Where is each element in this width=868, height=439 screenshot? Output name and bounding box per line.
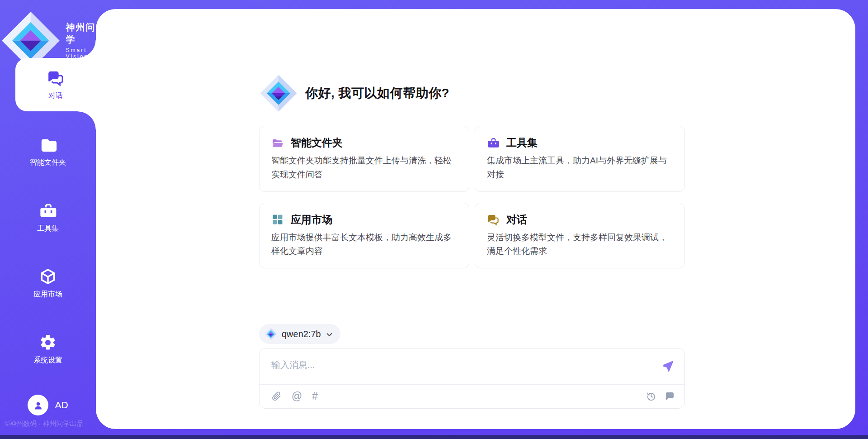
user-label: AD [55,400,68,410]
composer-toolbar: @ # [271,384,675,408]
card-chat[interactable]: 对话 灵活切换多模型文件，支持多样回复效果调试，满足个性化需求 [475,203,685,269]
sidebar-item-label: 智能文件夹 [30,158,66,167]
card-description: 灵活切换多模型文件，支持多样回复效果调试，满足个性化需求 [487,231,673,259]
model-label: qwen2:7b [282,329,321,339]
card-header: 应用市场 [271,213,457,227]
message-input[interactable] [271,354,652,375]
diamond-logo-icon [264,328,277,340]
diamond-logo-icon [259,74,298,113]
feedback-bubble-icon[interactable] [665,391,675,401]
cube-icon [39,267,57,286]
card-title: 应用市场 [291,213,332,227]
card-title: 工具集 [506,136,538,150]
card-description: 集成市场上主流工具，助力AI与外界无缝扩展与对接 [487,154,673,182]
user-account[interactable]: AD [0,395,96,415]
main-panel: 你好, 我可以如何帮助你? 智能文件夹 智能文件夹功能支持批量文件上传与清洗，轻… [96,9,855,429]
greeting-text: 你好, 我可以如何帮助你? [305,85,449,102]
sidebar-item-chat[interactable]: 对话 [15,58,96,111]
message-composer: @ # [259,348,685,409]
chat-double-icon [47,69,65,87]
toolbox-icon [487,137,500,149]
card-header: 智能文件夹 [271,136,457,150]
toolbar-right-icons [646,391,675,401]
model-selector[interactable]: qwen2:7b [259,324,340,344]
card-app-market[interactable]: 应用市场 应用市场提供丰富长文本模板，助力高效生成多样化文章内容 [259,203,469,269]
grid-blocks-icon [271,213,284,226]
card-smart-folder[interactable]: 智能文件夹 智能文件夹功能支持批量文件上传与清洗，轻松实现文件问答 [259,126,469,192]
send-plane-icon [660,359,675,373]
greeting: 你好, 我可以如何帮助你? [259,74,449,113]
folder-open-icon [271,137,284,149]
sidebar-item-settings[interactable]: 系统设置 [0,334,96,365]
card-header: 对话 [487,213,673,227]
chevron-down-icon [326,331,333,339]
bottom-edge-strip [0,435,868,439]
main-content: 你好, 我可以如何帮助你? 智能文件夹 智能文件夹功能支持批量文件上传与清洗，轻… [259,9,685,429]
chat-double-icon [487,213,500,226]
card-description: 智能文件夹功能支持批量文件上传与清洗，轻松实现文件问答 [271,154,457,182]
sidebar-item-label: 系统设置 [33,356,62,365]
card-header: 工具集 [487,136,673,150]
sidebar-item-smart-folder[interactable]: 智能文件夹 [0,136,96,167]
card-description: 应用市场提供丰富长文本模板，助力高效生成多样化文章内容 [271,231,457,259]
mention-icon[interactable]: @ [292,391,302,401]
history-icon[interactable] [646,391,656,401]
sidebar-item-label: 应用市场 [33,290,62,299]
sidebar-item-app-market[interactable]: 应用市场 [0,267,96,299]
hashtag-icon[interactable]: # [312,391,318,401]
user-icon [32,399,44,411]
feature-cards: 智能文件夹 智能文件夹功能支持批量文件上传与清洗，轻松实现文件问答 工具集 集成… [259,126,685,268]
sidebar-item-toolset[interactable]: 工具集 [0,202,96,234]
card-toolset[interactable]: 工具集 集成市场上主流工具，助力AI与外界无缝扩展与对接 [475,126,685,192]
sidebar: 神州问学 Smart Vision 对话 智能文件夹 工具集 应用市场 [0,0,96,439]
card-title: 智能文件夹 [291,136,343,150]
sidebar-item-label: 工具集 [37,224,59,234]
sidebar-item-label: 对话 [48,91,63,100]
attach-icon[interactable] [271,391,282,401]
toolbox-icon [39,202,57,220]
gear-icon [39,334,57,352]
sidebar-footer: ©神州数码 · 神州问学出品 [5,420,83,428]
folder-icon [39,136,57,154]
send-button[interactable] [660,359,675,373]
card-title: 对话 [506,213,527,227]
avatar [28,395,48,415]
